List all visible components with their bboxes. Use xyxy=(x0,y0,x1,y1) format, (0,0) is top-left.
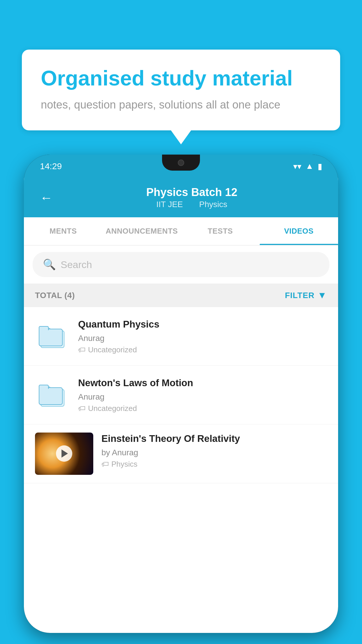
phone-frame: 14:29 ▾▾ ▲ ▮ ← Physics Batch 12 IIT JEE … xyxy=(24,155,338,633)
play-icon xyxy=(61,449,68,458)
video-tag: 🏷 Uncategorized xyxy=(78,404,327,413)
speech-bubble: Organised study material notes, question… xyxy=(22,50,340,130)
tag-icon: 🏷 xyxy=(101,460,109,469)
tag-icon: 🏷 xyxy=(78,404,86,413)
video-title: Newton's Laws of Motion xyxy=(78,377,327,389)
video-author: Anurag xyxy=(78,334,327,343)
play-button[interactable] xyxy=(56,445,72,462)
tag-label: Physics xyxy=(111,460,138,469)
list-item[interactable]: Einstein's Theory Of Relativity by Anura… xyxy=(24,424,338,483)
tag-label: Uncategorized xyxy=(88,345,137,354)
search-container: 🔍 Search xyxy=(24,246,338,284)
phone-screen: ← Physics Batch 12 IIT JEE Physics MENTS… xyxy=(24,178,338,633)
tab-ments[interactable]: MENTS xyxy=(24,217,103,245)
header-title-block: Physics Batch 12 IIT JEE Physics xyxy=(61,186,322,209)
folder-front xyxy=(39,329,63,346)
video-info: Quantum Physics Anurag 🏷 Uncategorized xyxy=(78,318,327,354)
status-bar: 14:29 ▾▾ ▲ ▮ xyxy=(24,155,338,178)
filter-icon: ▼ xyxy=(317,290,327,301)
video-thumbnail xyxy=(35,433,93,475)
folder-tab-front xyxy=(39,326,49,330)
tab-videos[interactable]: VIDEOS xyxy=(260,217,338,245)
filter-button[interactable]: FILTER ▼ xyxy=(285,290,327,301)
tag-label: Uncategorized xyxy=(88,404,137,413)
video-title: Quantum Physics xyxy=(78,318,327,331)
app-header: ← Physics Batch 12 IIT JEE Physics xyxy=(24,178,338,217)
tab-tests[interactable]: TESTS xyxy=(181,217,260,245)
folder-tab-front xyxy=(39,385,49,389)
status-icons: ▾▾ ▲ ▮ xyxy=(293,162,322,171)
search-icon: 🔍 xyxy=(43,258,56,271)
video-title: Einstein's Theory Of Relativity xyxy=(101,433,327,445)
video-info: Newton's Laws of Motion Anurag 🏷 Uncateg… xyxy=(78,377,327,413)
wifi-icon: ▾▾ xyxy=(293,162,301,171)
status-time: 14:29 xyxy=(40,161,62,171)
header-course: IIT JEE xyxy=(156,200,183,209)
front-camera xyxy=(178,160,184,166)
folder-front xyxy=(39,387,63,405)
phone-notch xyxy=(162,155,200,171)
folder-icon-wrap xyxy=(35,319,70,354)
list-item[interactable]: Newton's Laws of Motion Anurag 🏷 Uncateg… xyxy=(24,366,338,424)
tab-announcements[interactable]: ANNOUNCEMENTS xyxy=(103,217,181,245)
header-subtitle: IIT JEE Physics xyxy=(153,200,231,209)
search-placeholder: Search xyxy=(61,259,92,270)
folder-stack-icon xyxy=(39,383,66,407)
bubble-title: Organised study material xyxy=(41,66,321,91)
tabs-bar: MENTS ANNOUNCEMENTS TESTS VIDEOS xyxy=(24,217,338,246)
video-author: by Anurag xyxy=(101,448,327,457)
folder-stack-icon xyxy=(39,325,66,348)
video-list: Quantum Physics Anurag 🏷 Uncategorized xyxy=(24,307,338,633)
filter-label: FILTER xyxy=(285,291,314,300)
tag-icon: 🏷 xyxy=(78,345,86,354)
video-tag: 🏷 Physics xyxy=(101,460,327,469)
total-count-label: TOTAL (4) xyxy=(35,291,75,300)
bubble-subtitle: notes, question papers, solutions all at… xyxy=(41,97,321,113)
folder-icon-wrap xyxy=(35,377,70,412)
video-tag: 🏷 Uncategorized xyxy=(78,345,327,354)
video-author: Anurag xyxy=(78,392,327,402)
back-button[interactable]: ← xyxy=(40,190,53,205)
search-bar[interactable]: 🔍 Search xyxy=(33,252,329,277)
video-info: Einstein's Theory Of Relativity by Anura… xyxy=(101,433,327,469)
filter-bar: TOTAL (4) FILTER ▼ xyxy=(24,284,338,307)
list-item[interactable]: Quantum Physics Anurag 🏷 Uncategorized xyxy=(24,307,338,366)
battery-icon: ▮ xyxy=(318,162,322,171)
signal-icon: ▲ xyxy=(305,162,314,171)
header-subject: Physics xyxy=(199,200,227,209)
header-main-title: Physics Batch 12 xyxy=(146,186,238,199)
